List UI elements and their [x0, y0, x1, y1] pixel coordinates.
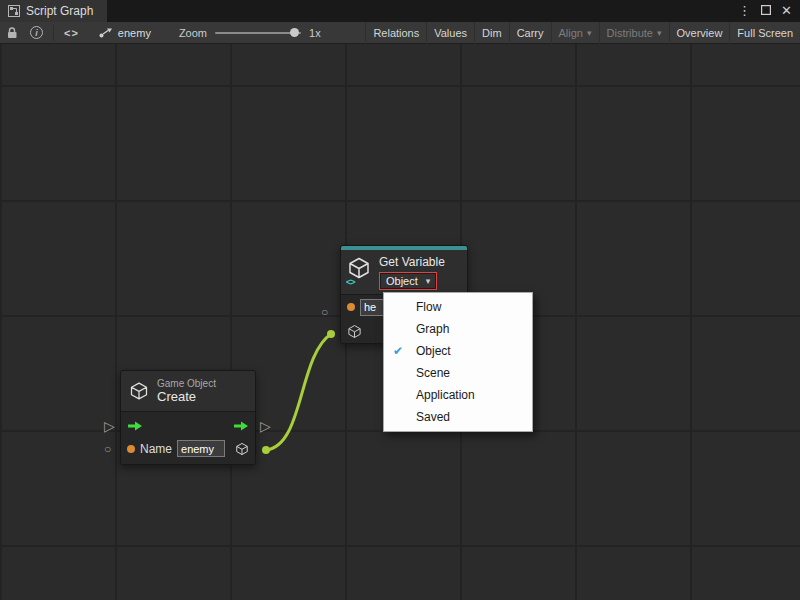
- zoom-slider[interactable]: [215, 32, 301, 34]
- full-screen-button[interactable]: Full Screen: [729, 22, 800, 44]
- code-view-icon[interactable]: <>: [58, 22, 85, 44]
- chevron-down-icon: ▾: [657, 28, 662, 38]
- toolbar: i <> enemy Zoom 1x Relations Values Dim …: [0, 22, 800, 44]
- align-label: Align: [559, 27, 583, 39]
- title-bar: Script Graph ⋮ ✕: [0, 0, 800, 22]
- values-button[interactable]: Values: [426, 22, 474, 44]
- maximize-icon[interactable]: [761, 0, 771, 22]
- flow-in-arrow-icon[interactable]: [127, 420, 143, 432]
- distribute-button[interactable]: Distribute ▾: [599, 22, 669, 44]
- menu-item-label: Flow: [416, 300, 441, 314]
- toolbar-separator: [53, 25, 54, 41]
- value-port-dot[interactable]: [127, 445, 135, 453]
- create-node-body: Name: [121, 411, 255, 464]
- graph-name-label: enemy: [118, 27, 151, 39]
- name-port-row: Name: [121, 436, 255, 464]
- current-graph: enemy: [99, 27, 151, 39]
- flow-out-arrow-icon[interactable]: [233, 420, 249, 432]
- zoom-label: Zoom: [179, 27, 207, 39]
- distribute-label: Distribute: [607, 27, 653, 39]
- scope-dropdown-highlight: Object ▾: [379, 272, 437, 290]
- menu-item-saved[interactable]: Saved: [384, 406, 532, 428]
- code-badge-icon: <>: [346, 277, 355, 287]
- tab-title: Script Graph: [26, 4, 93, 18]
- dim-button[interactable]: Dim: [474, 22, 509, 44]
- game-object-port-icon[interactable]: [347, 324, 362, 339]
- toolbar-buttons: Relations Values Dim Carry Align ▾ Distr…: [365, 22, 800, 44]
- info-icon[interactable]: i: [24, 22, 49, 44]
- lock-icon[interactable]: [0, 22, 24, 44]
- node-title: Create: [157, 389, 216, 404]
- create-game-object-node[interactable]: Game Object Create Name: [120, 370, 256, 465]
- graph-asset-icon: [99, 28, 113, 38]
- zoom-slider-handle[interactable]: [290, 28, 299, 37]
- scope-value: Object: [386, 275, 418, 287]
- check-icon: ✔: [393, 340, 403, 362]
- titlebar-spacer: [107, 0, 738, 22]
- zoom-control: Zoom 1x: [179, 27, 321, 39]
- script-graph-window: Script Graph ⋮ ✕ i <>: [0, 0, 800, 600]
- scope-dropdown-menu: Flow Graph ✔ Object Scene Application Sa…: [383, 292, 533, 432]
- menu-item-label: Object: [416, 344, 451, 358]
- script-graph-icon: [8, 5, 20, 17]
- menu-item-label: Scene: [416, 366, 450, 380]
- menu-item-graph[interactable]: Graph: [384, 318, 532, 340]
- variable-cube-icon: <>: [347, 255, 373, 285]
- carry-button[interactable]: Carry: [509, 22, 551, 44]
- menu-item-flow[interactable]: Flow: [384, 296, 532, 318]
- node-title: Get Variable: [379, 255, 445, 269]
- window-controls: ⋮ ✕: [738, 0, 800, 22]
- close-icon[interactable]: ✕: [781, 0, 792, 22]
- menu-item-label: Saved: [416, 410, 450, 424]
- value-port-dot[interactable]: [347, 303, 355, 311]
- node-category: Game Object: [157, 378, 216, 389]
- zoom-value: 1x: [309, 27, 321, 39]
- game-object-output-icon[interactable]: [235, 441, 249, 457]
- chevron-down-icon: ▾: [587, 28, 592, 38]
- relations-button[interactable]: Relations: [365, 22, 426, 44]
- flow-port-row: [121, 412, 255, 436]
- more-menu-icon[interactable]: ⋮: [738, 0, 751, 22]
- menu-item-label: Application: [416, 388, 475, 402]
- tab-script-graph[interactable]: Script Graph: [0, 0, 107, 22]
- menu-item-scene[interactable]: Scene: [384, 362, 532, 384]
- menu-item-application[interactable]: Application: [384, 384, 532, 406]
- align-button[interactable]: Align ▾: [551, 22, 599, 44]
- name-input-port[interactable]: ○: [104, 443, 111, 455]
- flow-input-port[interactable]: ▷: [104, 419, 115, 433]
- name-value-input[interactable]: [177, 440, 225, 457]
- menu-item-object[interactable]: ✔ Object: [384, 340, 532, 362]
- overview-button[interactable]: Overview: [669, 22, 730, 44]
- chevron-down-icon: ▾: [426, 276, 431, 286]
- name-port-label: Name: [140, 442, 172, 456]
- scope-dropdown[interactable]: Object ▾: [380, 273, 436, 289]
- game-object-cube-icon: [129, 381, 149, 401]
- menu-item-label: Graph: [416, 322, 449, 336]
- flow-output-port[interactable]: ▷: [260, 419, 271, 433]
- get-variable-header: <> Get Variable Object ▾: [341, 250, 467, 294]
- variable-name-port[interactable]: ○: [321, 306, 328, 318]
- create-node-header: Game Object Create: [121, 371, 255, 411]
